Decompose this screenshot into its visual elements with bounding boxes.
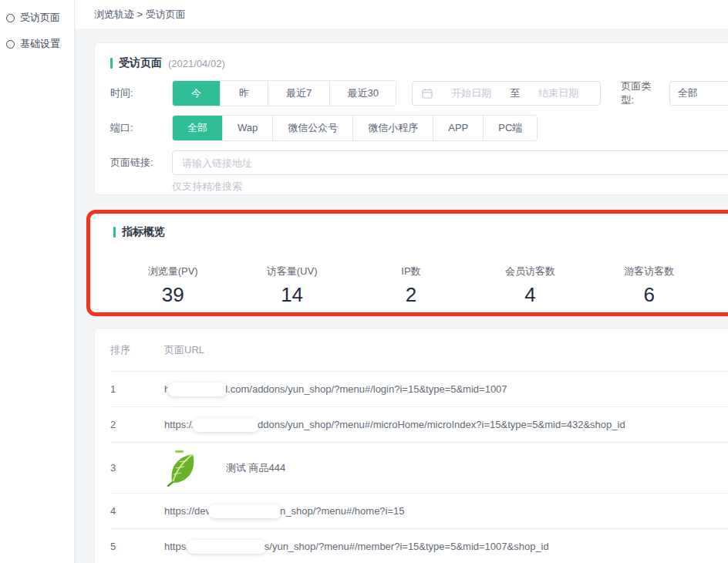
calendar-icon bbox=[422, 88, 433, 99]
table-row: 1hl.com/addons/yun_shop/?menu#/login?i=1… bbox=[110, 371, 728, 406]
table-row: 4https://devn_shop/?menu#/home?i=15 bbox=[110, 493, 728, 528]
table-body: 1hl.com/addons/yun_shop/?menu#/login?i=1… bbox=[110, 371, 728, 563]
redacted-blur-patch bbox=[208, 504, 282, 518]
port-option-微信公众号[interactable]: 微信公众号 bbox=[272, 116, 352, 140]
url-prefix: https: bbox=[164, 541, 189, 552]
metric-item: 访客量(UV)14 bbox=[232, 265, 351, 307]
metrics-row: 浏览量(PV)39访客量(UV)14IP数2会员访客数4游客访客数6 bbox=[113, 249, 728, 307]
product-name: 测试 商品444 bbox=[226, 461, 285, 475]
sidebar: 受访页面基础设置 bbox=[0, 0, 75, 563]
url-prefix: https://dev bbox=[164, 505, 211, 517]
port-option-全部[interactable]: 全部 bbox=[173, 116, 222, 140]
sidebar-item-label: 受访页面 bbox=[20, 11, 60, 25]
column-header-url: 页面URL bbox=[164, 343, 204, 357]
metrics-panel: 指标概览 浏览量(PV)39访客量(UV)14IP数2会员访客数4游客访客数6 bbox=[90, 214, 728, 307]
filter-panel: 受访页面 (2021/04/02) 时间: 今天昨天最近7天最近30天 开始日期… bbox=[94, 42, 728, 195]
page-type-select[interactable]: 全部 bbox=[669, 81, 728, 106]
title-accent-bar bbox=[110, 58, 113, 69]
time-option-昨天[interactable]: 昨天 bbox=[220, 81, 268, 106]
page-link-label: 页面链接: bbox=[110, 156, 157, 170]
metric-item: 游客访客数6 bbox=[590, 265, 709, 307]
url-cell: https:s/yun_shop/?menu#/member?i=15&type… bbox=[164, 540, 728, 554]
url-suffix: s/yun_shop/?menu#/member?i=15&type=5&mid… bbox=[265, 541, 549, 552]
metric-value: 6 bbox=[590, 283, 709, 307]
order-cell: 1 bbox=[110, 383, 164, 395]
order-cell: 3 bbox=[110, 462, 164, 474]
sidebar-item-1[interactable]: 受访页面 bbox=[0, 5, 74, 31]
end-date-placeholder[interactable]: 结束日期 bbox=[526, 86, 591, 100]
order-cell: 5 bbox=[110, 541, 164, 552]
date-to-label: 至 bbox=[510, 86, 520, 100]
sidebar-item-label: 基础设置 bbox=[20, 37, 60, 51]
metric-label: 访客量(UV) bbox=[232, 265, 351, 278]
order-cell: 2 bbox=[110, 419, 164, 430]
main-content: 浏览轨迹 > 受访页面 受访页面 (2021/04/02) 时间: 今天昨天最近… bbox=[75, 0, 728, 563]
metric-value: 2 bbox=[352, 283, 470, 307]
url-cell: 测试 商品444 bbox=[164, 450, 728, 487]
url-cell: hl.com/addons/yun_shop/?menu#/login?i=15… bbox=[164, 383, 728, 396]
port-option-APP[interactable]: APP bbox=[433, 116, 483, 140]
annotation-highlight-box: 指标概览 浏览量(PV)39访客量(UV)14IP数2会员访客数4游客访客数6 bbox=[86, 210, 728, 316]
port-filter-row: 端口: 全部Wap微信公众号微信小程序APPPC端 bbox=[110, 116, 728, 140]
port-label: 端口: bbox=[110, 121, 157, 135]
time-filter-row: 时间: 今天昨天最近7天最近30天 开始日期 至 结束日期 页面类型: 全部 bbox=[110, 81, 728, 106]
url-suffix: ddons/yun_shop/?menu#/microHome/microInd… bbox=[258, 419, 625, 430]
metric-item: 浏览量(PV)39 bbox=[113, 265, 232, 307]
port-button-group: 全部Wap微信公众号微信小程序APPPC端 bbox=[172, 115, 538, 141]
metric-item: IP数2 bbox=[352, 265, 470, 307]
page-link-input[interactable] bbox=[172, 150, 728, 175]
metric-label: 会员访客数 bbox=[470, 265, 589, 278]
time-button-group: 今天昨天最近7天最近30天 bbox=[172, 80, 396, 106]
page-type-value: 全部 bbox=[678, 86, 698, 100]
port-option-PC端[interactable]: PC端 bbox=[483, 116, 537, 140]
time-option-最近7天[interactable]: 最近7天 bbox=[268, 81, 329, 106]
order-cell: 4 bbox=[110, 505, 164, 517]
table-row: 5https:s/yun_shop/?menu#/member?i=15&typ… bbox=[110, 528, 728, 563]
title-accent-bar bbox=[113, 227, 116, 238]
metrics-title-text: 指标概览 bbox=[122, 225, 165, 239]
metric-value: 39 bbox=[113, 283, 232, 307]
time-option-最近30天[interactable]: 最近30天 bbox=[329, 81, 396, 106]
start-date-placeholder[interactable]: 开始日期 bbox=[439, 86, 504, 100]
date-range-picker[interactable]: 开始日期 至 结束日期 bbox=[412, 81, 601, 106]
radio-circle-icon bbox=[6, 14, 15, 22]
url-prefix: https:// bbox=[164, 419, 194, 430]
redacted-blur-patch bbox=[187, 540, 267, 554]
sidebar-menu: 受访页面基础设置 bbox=[0, 5, 74, 57]
column-header-order: 排序 bbox=[110, 343, 164, 357]
table-row: 3测试 商品444 bbox=[110, 442, 728, 493]
url-cell: https://ddons/yun_shop/?menu#/microHome/… bbox=[164, 418, 728, 432]
sidebar-item-2[interactable]: 基础设置 bbox=[0, 31, 74, 57]
table-row: 2https://ddons/yun_shop/?menu#/microHome… bbox=[110, 406, 728, 442]
table-header: 排序 页面URL bbox=[110, 329, 728, 371]
redacted-blur-patch bbox=[192, 418, 260, 432]
metric-value: 4 bbox=[470, 283, 589, 307]
metric-item: 会员访客数4 bbox=[470, 265, 589, 307]
panel-title-text: 受访页面 bbox=[119, 56, 162, 70]
url-cell: https://devn_shop/?menu#/home?i=15 bbox=[164, 504, 728, 518]
time-label: 时间: bbox=[110, 86, 157, 100]
metric-label: IP数 bbox=[352, 265, 470, 278]
url-suffix: n_shop/?menu#/home?i=15 bbox=[280, 505, 405, 517]
metric-label: 浏览量(PV) bbox=[113, 265, 232, 278]
metrics-panel-title: 指标概览 bbox=[113, 224, 728, 240]
page-type-label: 页面类型: bbox=[621, 79, 661, 107]
panel-title-date: (2021/04/02) bbox=[168, 58, 225, 69]
breadcrumb: 浏览轨迹 > 受访页面 bbox=[75, 0, 728, 29]
product-leaf-image bbox=[164, 450, 198, 487]
time-option-今天[interactable]: 今天 bbox=[173, 81, 220, 106]
search-hint: 仅支持精准搜索 bbox=[110, 180, 728, 194]
redacted-blur-patch bbox=[167, 383, 228, 396]
link-filter-row: 页面链接: bbox=[110, 150, 728, 175]
url-suffix: l.com/addons/yun_shop/?menu#/login?i=15&… bbox=[225, 383, 507, 395]
port-option-微信小程序[interactable]: 微信小程序 bbox=[352, 116, 433, 140]
metric-label: 游客访客数 bbox=[590, 265, 709, 278]
radio-circle-icon bbox=[6, 40, 15, 49]
filter-panel-title: 受访页面 (2021/04/02) bbox=[110, 56, 728, 71]
url-table-panel: 排序 页面URL 1hl.com/addons/yun_shop/?menu#/… bbox=[94, 328, 728, 563]
metric-value: 14 bbox=[232, 283, 351, 307]
port-option-Wap[interactable]: Wap bbox=[222, 116, 272, 140]
